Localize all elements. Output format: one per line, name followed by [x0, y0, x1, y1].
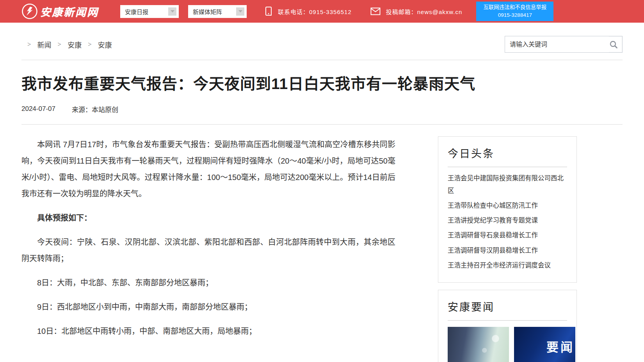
article-source: 来源：本站原创: [72, 104, 118, 114]
list-item[interactable]: 王浩带队检查中心城区防汛工作: [448, 198, 567, 213]
article-paragraph: 8日：大雨，中北部、东部、东南部部分地区暴雨；: [21, 275, 395, 291]
search-box: [505, 36, 623, 53]
illegal-report-badge[interactable]: 互联网违法和不良信息举报 0915-3288417: [476, 2, 553, 21]
nav-select-daily-value: 安康日报: [125, 7, 148, 16]
breadcrumb-separator: >: [58, 41, 62, 48]
phone-icon: [265, 6, 272, 16]
mail-icon: [370, 7, 381, 15]
news-thumbnail-yaowen[interactable]: 要闻: [514, 327, 575, 362]
contact-phone: 联系电话：0915-3356512: [265, 6, 352, 16]
breadcrumb-separator: >: [27, 41, 31, 48]
site-logo[interactable]: 安康新闻网: [21, 3, 100, 20]
breadcrumb-separator: >: [88, 41, 92, 48]
article-body: 本网讯 7月7日17时，市气象台发布重要天气报告：受副热带高压西北侧暖湿气流和高…: [21, 136, 395, 347]
divider: [448, 167, 567, 167]
article-date: 2024-07-07: [21, 105, 55, 113]
ankang-news-box: 安康要闻 要闻: [438, 290, 577, 362]
headline-list: 王浩会见中建国际投资集团有限公司西北区 王浩带队检查中心城区防汛工作 王浩讲授党…: [448, 171, 567, 273]
divider: [448, 320, 567, 321]
breadcrumb-row: > 新闻 > 安康 > 安康: [21, 23, 623, 53]
chevron-down-icon: [168, 7, 176, 16]
submit-email: 投稿邮箱：news@akxw.cn: [370, 7, 463, 16]
news-thumbnail-rain-photo[interactable]: [448, 327, 509, 362]
list-item[interactable]: 王浩调研督导石泉县稳增长工作: [448, 228, 567, 243]
nav-select-media[interactable]: 新媒体矩阵: [188, 5, 247, 18]
list-item[interactable]: 王浩讲授党纪学习教育专题党课: [448, 213, 567, 228]
nav-select-media-value: 新媒体矩阵: [193, 7, 222, 16]
illegal-report-line1: 互联网违法和不良信息举报: [480, 4, 550, 11]
todays-headlines-title: 今日头条: [448, 145, 567, 160]
site-name: 安康新闻网: [40, 4, 99, 19]
site-header: 安康新闻网 安康日报 新媒体矩阵 联系电话：0915-3356512 投稿邮箱：…: [0, 0, 644, 23]
contact-phone-label: 联系电话：0915-3356512: [278, 7, 352, 16]
breadcrumb-item-ankang-2[interactable]: 安康: [98, 39, 112, 50]
list-item[interactable]: 王浩主持召开全市经济运行调度会议: [448, 258, 567, 273]
thumbnail-label: 要闻: [546, 337, 575, 355]
article-paragraph: 本网讯 7月7日17时，市气象台发布重要天气报告：受副热带高压西北侧暖湿气流和高…: [21, 136, 395, 202]
article-paragraph: 9日：西北部地区小到中雨，中南部大雨，南部部分地区暴雨；: [21, 299, 395, 315]
article-meta: 2024-07-07 来源：本站原创: [21, 104, 623, 114]
search-icon[interactable]: [609, 40, 618, 49]
todays-headlines-box: 今日头条 王浩会见中建国际投资集团有限公司西北区 王浩带队检查中心城区防汛工作 …: [438, 136, 577, 283]
list-item[interactable]: 王浩调研督导汉阴县稳增长工作: [448, 243, 567, 258]
submit-email-label: 投稿邮箱：news@akxw.cn: [386, 7, 463, 16]
sidebar: 今日头条 王浩会见中建国际投资集团有限公司西北区 王浩带队检查中心城区防汛工作 …: [438, 136, 577, 362]
list-item[interactable]: 王浩会见中建国际投资集团有限公司西北区: [448, 171, 567, 198]
breadcrumb-item-ankang[interactable]: 安康: [68, 39, 82, 50]
nav-select-daily[interactable]: 安康日报: [120, 5, 179, 18]
breadcrumb-item-news[interactable]: 新闻: [37, 39, 52, 50]
search-input[interactable]: [505, 36, 609, 52]
divider: [21, 60, 623, 60]
article-paragraph: 10日：北部地区中雨转小雨，中部、南部地区大雨，局地暴雨；: [21, 323, 395, 339]
page-title: 我市发布重要天气报告：今天夜间到11日白天我市有一轮暴雨天气: [21, 74, 623, 94]
breadcrumb: > 新闻 > 安康 > 安康: [27, 39, 112, 50]
ankang-news-title: 安康要闻: [448, 299, 567, 314]
news-thumbnails: 要闻: [448, 327, 567, 362]
site-logo-icon: [21, 3, 38, 20]
chevron-down-icon: [236, 7, 244, 16]
content-area: 本网讯 7月7日17时，市气象台发布重要天气报告：受副热带高压西北侧暖湿气流和高…: [21, 125, 623, 362]
article-subheading: 具体预报如下：: [21, 210, 395, 226]
illegal-report-line2: 0915-3288417: [480, 11, 550, 19]
article-paragraph: 今天夜间：宁陕、石泉、汉阴北部、汉滨北部、紫阳北部和西部、白河北部阵雨转中到大雨…: [21, 234, 395, 267]
